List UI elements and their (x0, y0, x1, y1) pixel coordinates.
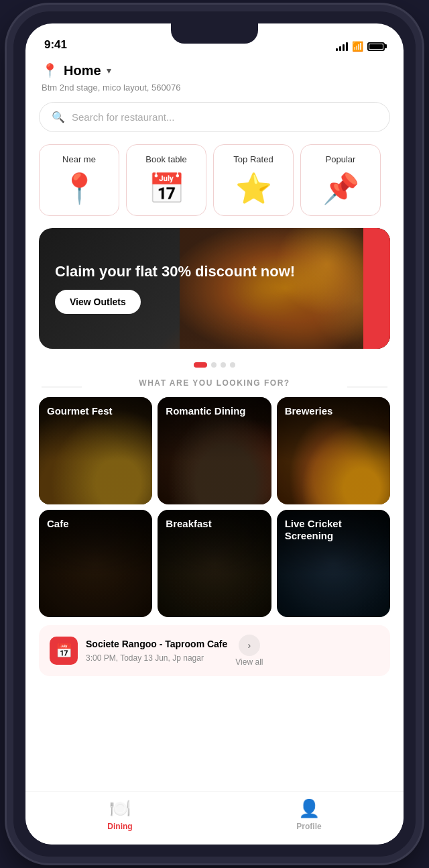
location-subtitle: Btm 2nd stage, mico layout, 560076 (25, 81, 404, 102)
chevron-down-icon: ▾ (107, 65, 111, 76)
location-label: Home (64, 63, 101, 78)
signal-icon (336, 42, 348, 51)
notification-title: Societe Rangoo - Taproom Cafe (86, 639, 227, 649)
tab-profile-label: Profile (296, 822, 321, 831)
carousel-dots (25, 354, 404, 378)
category-popular-icon: 📌 (308, 171, 373, 206)
category-top-rated-icon: ⭐ (221, 171, 286, 206)
dot-1 (194, 362, 207, 368)
notification-icon: 📅 (50, 637, 78, 665)
wifi-icon: 📶 (352, 41, 363, 52)
tab-profile[interactable]: 👤 Profile (214, 798, 404, 831)
tile-live-cricket-label: Live Cricket Screening (285, 518, 390, 542)
category-near-me-label: Near me (46, 154, 112, 164)
category-near-me-icon: 📍 (46, 171, 112, 206)
tile-breakfast[interactable]: Breakfast (158, 510, 271, 617)
category-popular[interactable]: Popular 📌 (300, 144, 381, 216)
dot-3 (221, 362, 226, 368)
tile-breweries[interactable]: Breweries (277, 397, 390, 504)
bottom-notification[interactable]: 📅 Societe Rangoo - Taproom Cafe 3:00 PM,… (39, 625, 390, 676)
battery-icon (367, 42, 385, 51)
tile-gourmet-fest-label: Gourmet Fest (47, 405, 113, 417)
tile-live-cricket[interactable]: Live Cricket Screening (277, 510, 390, 617)
category-book-table-label: Book table (133, 154, 199, 164)
search-icon: 🔍 (52, 111, 65, 123)
promo-button[interactable]: View Outlets (55, 290, 141, 314)
location-header[interactable]: 📍 Home ▾ (25, 57, 404, 81)
location-pin-icon: 📍 (42, 62, 58, 78)
tab-dining[interactable]: 🍽️ Dining (25, 798, 214, 831)
dot-4 (230, 362, 235, 368)
dining-icon: 🍽️ (109, 798, 131, 819)
category-popular-label: Popular (308, 154, 373, 164)
notification-sub: 3:00 PM, Today 13 Jun, Jp nagar (86, 653, 227, 663)
tile-breakfast-label: Breakfast (166, 518, 211, 530)
search-input[interactable]: Search for restaurant... (72, 111, 174, 123)
section-title: WHAT ARE YOU LOOKING FOR? (25, 378, 404, 397)
view-all-label[interactable]: View all (235, 657, 263, 667)
promo-text: Claim your flat 30% discount now! View O… (55, 263, 374, 314)
tile-romantic-dining[interactable]: Romantic Dining (158, 397, 271, 504)
category-book-table-icon: 📅 (133, 171, 199, 206)
notification-content: Societe Rangoo - Taproom Cafe 3:00 PM, T… (86, 639, 227, 663)
tab-dining-label: Dining (107, 822, 132, 831)
bottom-tab-bar: 🍽️ Dining 👤 Profile (25, 791, 404, 845)
category-grid: Near me 📍 Book table 📅 Top Rated ⭐ Popul… (25, 144, 404, 228)
tile-cafe[interactable]: Cafe (39, 510, 152, 617)
tile-breweries-label: Breweries (285, 405, 333, 417)
promo-banner[interactable]: Claim your flat 30% discount now! View O… (39, 228, 390, 349)
category-book-table[interactable]: Book table 📅 (126, 144, 206, 216)
dot-2 (211, 362, 217, 368)
tile-romantic-dining-label: Romantic Dining (166, 405, 245, 417)
notification-arrow[interactable]: › (239, 635, 260, 656)
scroll-content: 📍 Home ▾ Btm 2nd stage, mico layout, 560… (25, 57, 404, 798)
category-tiles: Gourmet Fest Romantic Dining Breweries C… (25, 397, 404, 625)
status-icons: 📶 (336, 41, 385, 52)
profile-icon: 👤 (298, 798, 320, 819)
category-top-rated-label: Top Rated (221, 154, 286, 164)
status-time: 9:41 (44, 38, 67, 52)
tile-gourmet-fest[interactable]: Gourmet Fest (39, 397, 152, 504)
promo-title: Claim your flat 30% discount now! (55, 263, 374, 280)
tile-cafe-label: Cafe (47, 518, 69, 530)
category-near-me[interactable]: Near me 📍 (39, 144, 119, 216)
category-top-rated[interactable]: Top Rated ⭐ (213, 144, 294, 216)
search-bar[interactable]: 🔍 Search for restaurant... (39, 102, 390, 132)
